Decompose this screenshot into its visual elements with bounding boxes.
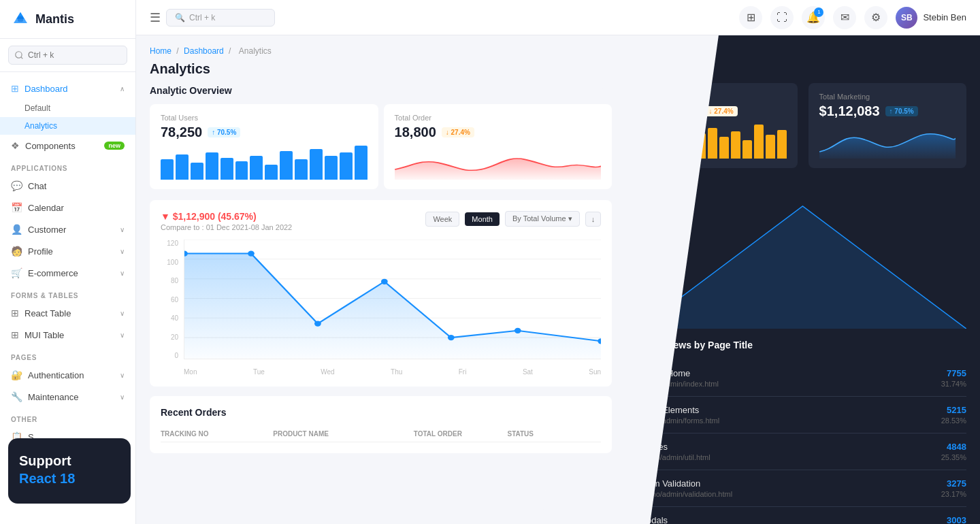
user-profile-button[interactable]: SB Stebin Ben [896,7,966,29]
analytic-overview-title: Analytic Overview [150,85,612,96]
breadcrumb-dashboard[interactable]: Dashboard [184,46,224,56]
income-overview-section: ▼ $1,12,900 (45.67%) Compare to : 01 Dec… [150,200,612,387]
sidebar-react-table-label: React Table [24,308,71,318]
download-button[interactable]: ↓ [585,212,602,227]
svg-point-10 [381,279,388,284]
total-order-value: 18,800 [395,125,436,140]
dashboard-chevron: ∧ [120,85,125,93]
total-users-badge: ↑ 70.5% [208,127,240,137]
content-area: Home / Dashboard / Analytics Analytics A… [136,35,980,524]
header: ☰ 🔍 Ctrl + k ⊞ ⛶ 🔔 1 ✉ ⚙ [136,0,980,35]
recent-orders-title: Recent Orders [161,407,226,418]
sidebar-profile-label: Profile [28,246,53,257]
ecommerce-chevron: ∨ [120,269,125,277]
breadcrumb-home[interactable]: Home [150,46,172,56]
sidebar-logo: Mantis [0,0,135,39]
sidebar-item-dashboard[interactable]: ⊞ Dashboard ∧ [0,78,135,99]
svg-point-11 [448,335,455,340]
sidebar-customer-label: Customer [28,225,66,235]
apps-grid-button[interactable]: ⊞ [739,6,762,29]
sidebar-item-ecommerce[interactable]: 🛒 E-commerce ∨ [0,262,135,284]
total-order-chart [395,146,602,180]
auth-icon: 🔐 [11,370,22,380]
total-marketing-chart [819,125,956,159]
svg-point-9 [314,321,321,326]
col-total-order: Total Order [414,430,508,438]
header-search-bar[interactable]: 🔍 Ctrl + k [166,9,275,27]
page-views-title: Page Views by Page Title [639,340,966,350]
username-text: Stebin Ben [923,12,966,22]
mantis-logo-icon [11,10,30,29]
total-users-value: 78,250 [161,125,202,140]
sidebar-item-profile[interactable]: 🧑 Profile ∨ [0,240,135,262]
profile-icon: 🧑 [11,246,22,257]
sidebar-item-mui-table[interactable]: ⊞ MUI Table ∨ [0,324,135,346]
total-order-card: Total Order 18,800 ↓ 27.4% [384,104,612,189]
col-product-name: Product Name [273,430,414,438]
logo-text: Mantis [35,12,74,27]
sidebar-components-label: Components [25,141,76,151]
income-header: ▼ $1,12,900 (45.67%) Compare to : 01 Dec… [161,211,601,231]
total-marketing-label: Total Marketing [819,93,956,101]
sidebar-item-chat[interactable]: 💬 Chat [0,175,135,197]
page-view-item-0: Admin Home 7755 /demo/admin/index.html 3… [639,360,966,397]
week-button[interactable]: Week [425,212,459,227]
svg-point-8 [248,250,255,256]
total-order-label: Total Order [395,114,602,122]
components-new-badge: new [104,142,125,150]
settings-button[interactable]: ⚙ [864,6,887,29]
page-view-item-1: Form Elements 5215 /demo/admin/forms.htm… [639,397,966,433]
income-value: ▼ $1,12,900 (45.67%) [161,211,292,222]
maintenance-chevron: ∨ [120,393,125,401]
sidebar-search-container [0,39,135,72]
content-wrapper: Home / Dashboard / Analytics Analytics A… [136,35,980,524]
customer-icon: 👤 [11,224,22,235]
section-label-applications: Applications [0,157,135,175]
fullscreen-button[interactable]: ⛶ [770,6,794,29]
sidebar-item-components[interactable]: ❖ Components new [0,135,135,157]
page-view-item-3: Form Validation 3275 /demo/admin/validat… [639,470,966,507]
auth-chevron: ∨ [120,372,125,379]
table-header: Tracking No Product Name Total Order Sta… [161,426,601,442]
page-views-list: Admin Home 7755 /demo/admin/index.html 3… [639,360,966,524]
maintenance-icon: 🔧 [11,391,22,402]
breadcrumb: Home / Dashboard / Analytics [150,46,612,56]
svg-point-12 [514,328,521,333]
page-view-item-2: Utilities 4848 /demo/admin/util.html 25.… [639,433,966,470]
light-panel: Home / Dashboard / Analytics Analytics A… [136,35,625,524]
sidebar-subitem-analytics[interactable]: Analytics [0,117,135,135]
sidebar-item-react-table[interactable]: ⊞ React Table ∨ [0,302,135,324]
page-title: Analytics [150,61,612,77]
support-react18-popup[interactable]: Support React 18 [8,438,131,504]
search-icon: 🔍 [175,13,185,22]
notification-button[interactable]: 🔔 1 [802,6,825,29]
sidebar-item-customer[interactable]: 👤 Customer ∨ [0,218,135,240]
sidebar-search-input[interactable] [8,46,127,65]
sidebar-calendar-label: Calendar [28,203,64,213]
volume-button[interactable]: By Total Volume ▾ [505,211,580,227]
sidebar-subitem-default[interactable]: Default [0,99,135,117]
dashboard-icon: ⊞ [11,83,19,94]
profile-chevron: ∨ [120,248,125,255]
sidebar-chat-label: Chat [28,181,46,191]
y-axis: 120 100 80 60 40 20 0 [161,240,181,359]
sidebar-item-authentication[interactable]: 🔐 Authentication ∨ [0,364,135,386]
total-users-card: Total Users 78,250 ↑ 70.5% [150,104,378,189]
customer-chevron: ∨ [120,226,125,233]
total-sales-badge: ↓ 27.4% [704,106,737,116]
total-users-chart [161,146,368,180]
react-table-icon: ⊞ [11,308,19,318]
mail-button[interactable]: ✉ [833,6,856,29]
header-right: ⊞ ⛶ 🔔 1 ✉ ⚙ SB Stebin Ben [739,6,966,29]
col-status: Status [507,430,601,438]
menu-toggle-button[interactable]: ☰ [150,10,161,25]
sidebar-item-maintenance[interactable]: 🔧 Maintenance ∨ [0,386,135,408]
month-button[interactable]: Month [465,212,500,226]
sidebar-ecommerce-label: E-commerce [28,268,78,278]
ecommerce-icon: 🛒 [11,267,22,278]
sidebar-item-calendar[interactable]: 📅 Calendar [0,197,135,218]
section-label-forms-tables: Forms & Tables [0,284,135,302]
fullscreen-icon: ⛶ [777,12,787,24]
sidebar: Mantis ⊞ Dashboard ∧ Default Analytics ❖… [0,0,136,524]
settings-icon: ⚙ [871,11,881,24]
